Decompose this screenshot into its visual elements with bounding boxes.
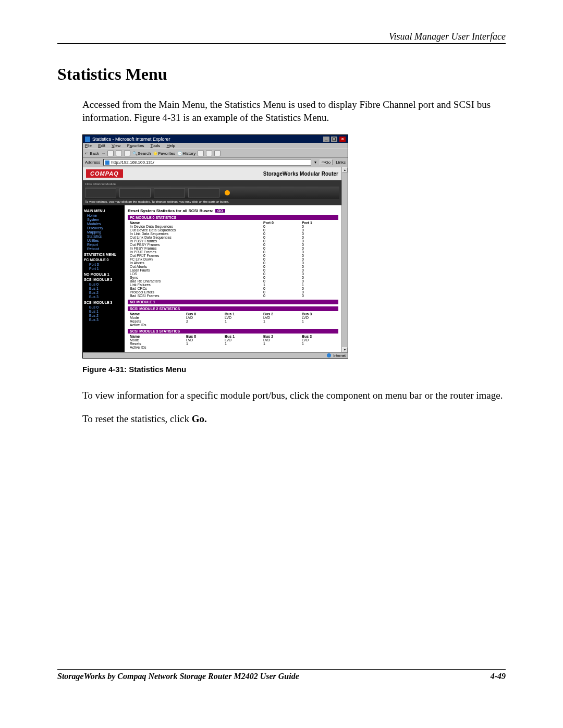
edit-button[interactable] — [214, 150, 221, 156]
table-row: Protocol Errors00 — [128, 290, 338, 294]
minimize-button[interactable]: _ — [323, 137, 329, 142]
scsi-module-3-title: SCSI MODULE 3 — [84, 301, 124, 304]
nav-scsi3-bus2[interactable]: Bus 2 — [84, 314, 124, 318]
address-dropdown[interactable]: ▾ — [314, 160, 316, 165]
para3-text: To reset the statistics, click — [82, 413, 192, 424]
go-button[interactable]: ⇨Go — [320, 159, 333, 165]
ie-icon — [85, 137, 90, 142]
search-button[interactable]: 🔍Search — [132, 151, 151, 156]
reset-go-button[interactable]: GO — [215, 209, 225, 213]
menu-favorites[interactable]: Favorites — [127, 143, 144, 148]
table-row: LOS00 — [128, 272, 338, 276]
nav-home[interactable]: Home — [84, 214, 124, 218]
history-button[interactable]: 🕓History — [177, 151, 195, 156]
module-2[interactable] — [154, 188, 185, 198]
page-footer: StorageWorks by Compaq Network Storage R… — [57, 669, 506, 681]
nav-scsi3-bus3[interactable]: Bus 3 — [84, 318, 124, 322]
address-input[interactable]: http://192.168.100.131/ — [103, 159, 311, 166]
table-row: FC Link Down00 — [128, 257, 338, 261]
scroll-down[interactable]: ▾ — [342, 347, 348, 352]
print-button[interactable] — [206, 150, 212, 156]
table-row: Out Device Data Sequences00 — [128, 228, 338, 232]
nav-utilities[interactable]: Utilities — [84, 239, 124, 243]
module-3[interactable] — [188, 188, 219, 198]
stats-menu-title: STATISTICS MENU — [84, 253, 124, 256]
mail-button[interactable] — [198, 150, 204, 156]
nav-scsi2-bus1[interactable]: Bus 1 — [84, 287, 124, 291]
menu-view[interactable]: View — [112, 143, 120, 148]
nav-system[interactable]: System — [84, 218, 124, 222]
paragraph-3: To reset the statistics, click Go. — [82, 413, 506, 426]
menu-tools[interactable]: Tools — [151, 143, 161, 148]
close-button[interactable]: × — [339, 137, 346, 142]
nav-scsi2-bus0[interactable]: Bus 0 — [84, 282, 124, 287]
menu-file[interactable]: File — [85, 143, 92, 148]
home-button[interactable] — [124, 150, 130, 156]
nav-scsi3-bus1[interactable]: Bus 1 — [84, 310, 124, 314]
fc-module-label: Fibre Channel Module — [85, 182, 116, 186]
page-icon — [105, 161, 109, 165]
forward-button[interactable]: → — [101, 151, 105, 156]
refresh-button[interactable] — [116, 150, 122, 156]
table-row: Out Aborts00 — [128, 265, 338, 268]
back-button[interactable]: ⇐ Back — [85, 151, 99, 156]
menu-edit[interactable]: Edit — [98, 143, 105, 148]
module-strip[interactable]: Fibre Channel Module To view settings, y… — [83, 180, 341, 205]
menu-help[interactable]: Help — [167, 143, 175, 148]
address-url: http://192.168.100.131/ — [111, 160, 154, 165]
fc-col-port0: Port 0 — [261, 221, 300, 225]
table-row: In FBSY Frames00 — [128, 246, 338, 250]
fc-col-port1: Port 1 — [300, 221, 338, 225]
scsi3-stats-table: Name Bus 0 Bus 1 Bus 2 Bus 3 ModeLVDLVDL… — [128, 335, 338, 349]
nav-scsi2-bus3[interactable]: Bus 3 — [84, 295, 124, 299]
window-title: Statistics - Microsoft Internet Explorer — [92, 137, 170, 142]
stats-panel: Reset System Statistics for all SCSI Bus… — [125, 205, 341, 352]
module-1[interactable] — [119, 188, 151, 198]
nav-fc-port0[interactable]: Port 0 — [84, 263, 124, 267]
nav-scsi2-bus2[interactable]: Bus 2 — [84, 291, 124, 295]
footer-page: 4-49 — [491, 672, 506, 681]
nav-report[interactable]: Report — [84, 243, 124, 247]
main-menu-title: MAIN MENU — [84, 209, 124, 213]
table-row: Bad Rx Characters00 — [128, 279, 338, 283]
table-row: In PRJT Frames00 — [128, 250, 338, 254]
nav-mapping[interactable]: Mapping — [84, 230, 124, 235]
scsi2-stats-table: Name Bus 0 Bus 1 Bus 2 Bus 3 ModeLVDLVDL… — [128, 312, 338, 327]
status-bar: Internet — [83, 352, 348, 358]
toolbar[interactable]: ⇐ Back → 🔍Search ⭐Favorites 🕓History — [83, 149, 348, 158]
table-row: Active IDs — [128, 323, 338, 327]
nav-scsi3-bus0[interactable]: Bus 0 — [84, 305, 124, 310]
address-label: Address — [85, 160, 100, 165]
nav-statistics[interactable]: Statistics — [84, 235, 124, 239]
scroll-up[interactable]: ▴ — [342, 167, 348, 172]
strip-note: To view settings, you may click on the m… — [85, 200, 339, 203]
vertical-scrollbar[interactable]: ▴ ▾ — [341, 167, 348, 352]
table-row: Sync00 — [128, 276, 338, 279]
table-row: ModeLVDLVDLVDLVD — [128, 316, 338, 319]
favorites-button[interactable]: ⭐Favorites — [153, 151, 175, 156]
window-controls[interactable]: _ ▢ × — [323, 136, 346, 142]
nav-discovery[interactable]: Discovery — [84, 226, 124, 230]
fc-section-header: FC MODULE 0 STATISTICS — [128, 215, 338, 220]
table-row: Out PBSY Frames00 — [128, 243, 338, 246]
stop-button[interactable] — [107, 150, 114, 156]
table-row: Laser Faults00 — [128, 268, 338, 272]
paragraph-1: Accessed from the Main Menu, the Statist… — [82, 98, 506, 124]
links-label[interactable]: Links — [336, 160, 346, 165]
table-row: Active IDs — [128, 346, 338, 349]
table-row: In PBSY Frames00 — [128, 239, 338, 243]
table-row: Out PRJT Frames00 — [128, 254, 338, 257]
table-row: Out Link Data Sequences00 — [128, 236, 338, 239]
menubar[interactable]: File Edit View Favorites Tools Help — [83, 143, 348, 149]
sidebar: MAIN MENU Home System Modules Discovery … — [83, 205, 125, 352]
window-titlebar: Statistics - Microsoft Internet Explorer… — [83, 135, 348, 143]
nav-modules[interactable]: Modules — [84, 222, 124, 226]
fc-col-name: Name — [128, 221, 261, 225]
module-0[interactable] — [85, 188, 116, 198]
nav-reboot[interactable]: Reboot — [84, 247, 124, 251]
maximize-button[interactable]: ▢ — [331, 137, 337, 142]
table-row: Resets2111 — [128, 319, 338, 323]
para3-go-bold: Go. — [192, 413, 207, 424]
brand-title: StorageWorks Modular Router — [263, 171, 338, 177]
nav-fc-port1[interactable]: Port 1 — [84, 267, 124, 271]
